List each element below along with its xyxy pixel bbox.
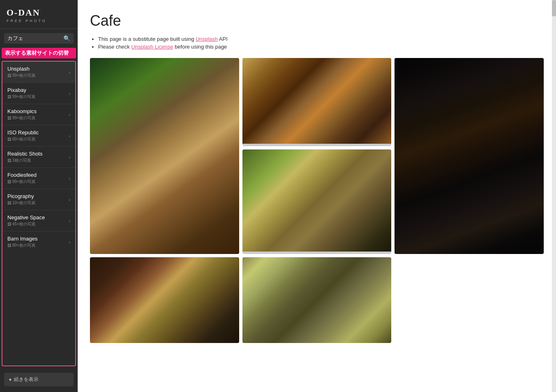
site-item-count: 99+枚の写真 [7, 73, 36, 78]
site-item-info: Negative Space 45+枚の写真 [7, 214, 45, 227]
logo-subtitle: FREE PHOTO [7, 19, 71, 23]
chevron-right-icon: › [69, 112, 70, 117]
chevron-right-icon: › [69, 218, 70, 223]
site-item-count: 10+枚の写真 [7, 200, 36, 206]
scrollbar-track[interactable] [552, 0, 556, 392]
site-item-name: Unsplash [7, 66, 36, 72]
site-item-info: Picography 10+枚の写真 [7, 193, 36, 206]
site-item-info: Barn Images 80+枚の写真 [7, 236, 38, 248]
photo-item[interactable] [90, 58, 239, 254]
scrollbar-thumb[interactable] [552, 0, 556, 16]
site-item-name: Barn Images [7, 236, 38, 242]
search-box: 🔍 [4, 33, 74, 44]
site-item-count: 3枚の写真 [7, 158, 43, 163]
site-item-name: Kaboompics [7, 108, 37, 114]
sidebar-item-iso-republic[interactable]: ISO Republic 60+枚の写真 › [2, 125, 75, 147]
chevron-right-icon: › [69, 91, 70, 96]
chevron-right-icon: › [69, 240, 70, 245]
site-item-count: 99+枚の写真 [7, 179, 37, 185]
search-button[interactable]: 🔍 [63, 35, 70, 42]
photo-grid [90, 58, 544, 343]
sidebar-item-barn-images[interactable]: Barn Images 80+枚の写真 › [2, 232, 75, 252]
site-item-name: Foodiesfeed [7, 172, 37, 178]
page-title: Cafe [90, 12, 544, 29]
site-item-info: Realistic Shots 3枚の写真 [7, 151, 43, 163]
logo-title: O-DAN [7, 7, 71, 18]
info-item-2: Please check Unsplash License before usi… [98, 44, 544, 50]
photo-item[interactable] [242, 257, 392, 343]
sidebar-item-picography[interactable]: Picography 10+枚の写真 › [2, 189, 75, 210]
site-item-name: Negative Space [7, 214, 45, 220]
search-input[interactable] [7, 36, 62, 42]
site-list: Unsplash 99+枚の写真 › Pixabay 99+枚の写真 › Kab… [2, 61, 76, 366]
tooltip-label: 表示する素材サイトの切替 [2, 48, 76, 58]
chevron-right-icon: › [69, 155, 70, 160]
site-item-info: Unsplash 99+枚の写真 [7, 66, 36, 78]
photo-item[interactable] [395, 58, 544, 254]
chevron-right-icon: › [69, 176, 70, 181]
site-item-name: Pixabay [7, 87, 36, 93]
site-item-count: 60+枚の写真 [7, 136, 39, 142]
sidebar-item-unsplash[interactable]: Unsplash 99+枚の写真 › [2, 62, 75, 83]
show-more-button[interactable]: ▾ 続きを表示 [4, 373, 74, 386]
site-item-name: Realistic Shots [7, 151, 43, 157]
site-item-info: Pixabay 99+枚の写真 [7, 87, 36, 100]
chevron-right-icon: › [69, 134, 70, 138]
search-area: 🔍 [0, 29, 78, 48]
site-item-info: ISO Republic 60+枚の写真 [7, 129, 39, 142]
photo-item[interactable] [242, 58, 392, 146]
site-item-count: 80+枚の写真 [7, 243, 38, 248]
photo-item[interactable] [242, 149, 392, 254]
site-item-count: 99+枚の写真 [7, 115, 37, 121]
main-content: Cafe This page is a substitute page buil… [78, 0, 556, 392]
sidebar-item-negative-space[interactable]: Negative Space 45+枚の写真 › [2, 210, 75, 232]
site-item-name: ISO Republic [7, 129, 39, 136]
logo-area: O-DAN FREE PHOTO [0, 0, 78, 29]
site-item-count: 45+枚の写真 [7, 221, 45, 227]
sidebar-item-kaboompics[interactable]: Kaboompics 99+枚の写真 › [2, 104, 75, 125]
license-link[interactable]: Unsplash License [131, 44, 173, 50]
site-item-count: 99+枚の写真 [7, 94, 36, 100]
sidebar: O-DAN FREE PHOTO 🔍 表示する素材サイトの切替 Unsplash… [0, 0, 78, 392]
sidebar-item-foodiesfeed[interactable]: Foodiesfeed 99+枚の写真 › [2, 168, 75, 189]
info-item-1: This page is a substitute page built usi… [98, 36, 544, 42]
chevron-right-icon: › [69, 70, 70, 75]
show-more-chevron: ▾ [9, 377, 11, 383]
sidebar-item-realistic-shots[interactable]: Realistic Shots 3枚の写真 › [2, 147, 75, 168]
photo-item[interactable] [90, 257, 239, 343]
show-more-label: 続きを表示 [14, 376, 38, 383]
site-item-info: Kaboompics 99+枚の写真 [7, 108, 37, 121]
site-item-name: Picography [7, 193, 36, 199]
chevron-right-icon: › [69, 197, 70, 202]
unsplash-link[interactable]: Unsplash [195, 36, 217, 42]
site-item-info: Foodiesfeed 99+枚の写真 [7, 172, 37, 185]
info-list: This page is a substitute page built usi… [90, 36, 544, 50]
sidebar-item-pixabay[interactable]: Pixabay 99+枚の写真 › [2, 83, 75, 104]
